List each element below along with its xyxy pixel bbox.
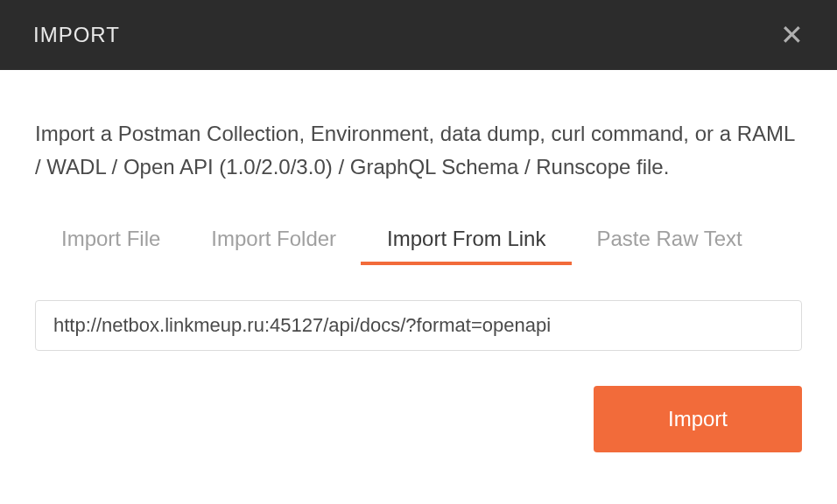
import-button[interactable]: Import bbox=[594, 386, 802, 452]
tab-paste-raw-text[interactable]: Paste Raw Text bbox=[596, 227, 742, 265]
dialog-content: Import a Postman Collection, Environment… bbox=[0, 70, 837, 487]
tab-import-from-link[interactable]: Import From Link bbox=[387, 227, 545, 265]
tab-import-folder[interactable]: Import Folder bbox=[211, 227, 336, 265]
dialog-header: IMPORT ✕ bbox=[0, 0, 837, 70]
button-row: Import bbox=[35, 386, 802, 452]
close-icon[interactable]: ✕ bbox=[780, 21, 804, 49]
dialog-title: IMPORT bbox=[33, 23, 120, 47]
import-tabs: Import File Import Folder Import From Li… bbox=[35, 227, 802, 265]
import-description: Import a Postman Collection, Environment… bbox=[35, 117, 802, 185]
tab-import-file[interactable]: Import File bbox=[61, 227, 160, 265]
import-url-input[interactable] bbox=[35, 300, 802, 351]
